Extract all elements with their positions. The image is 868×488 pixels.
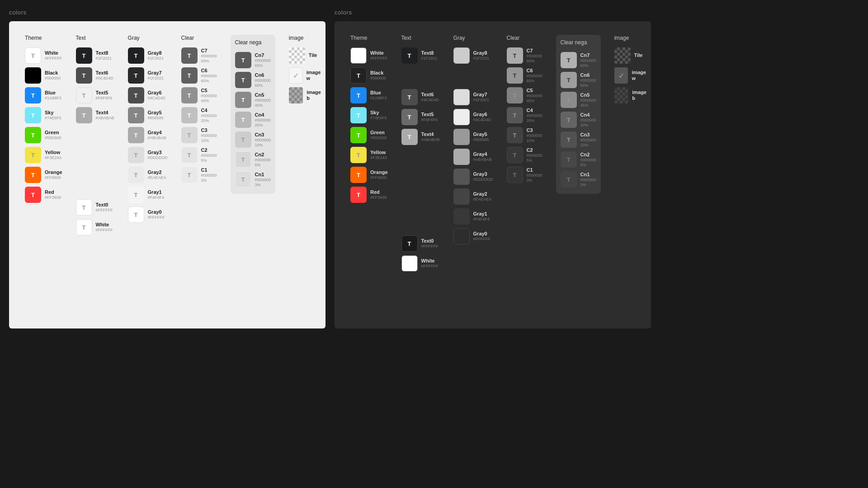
dark-color-item-white: White#FFFFFF — [350, 47, 388, 64]
color-item-gray7: T Gray7#1F2021 — [128, 67, 168, 84]
dark-color-item-imagew: ✓ image w — [614, 67, 649, 84]
dark-color-item-text8: T Text8#1F2021 — [401, 47, 440, 64]
dark-color-item-text5: T Text5#F6F6F6 — [401, 109, 440, 125]
dark-color-item-gray2: Gray2#EAEAEA — [453, 188, 493, 205]
color-item-cn3: T Cn3#000000 10% — [235, 131, 271, 148]
swatch-gray2: T — [128, 167, 144, 183]
color-item-cn6: T Cn6#000000 60% — [235, 72, 271, 88]
dark-clear-nega-col-header: Clear nega — [561, 39, 596, 46]
gray-column: Gray T Gray8#1F2021 T Gray7#1F2021 T Gra… — [128, 35, 168, 225]
dark-swatch-text5: T — [401, 109, 418, 125]
dark-swatch-cn4: T — [561, 112, 577, 128]
dark-image-col-header: image — [614, 35, 649, 41]
dark-swatch-red: T — [350, 187, 367, 203]
swatch-orange: T — [25, 167, 41, 183]
dark-swatch-c7: T — [507, 47, 523, 64]
dark-color-item-text-white: White#FFFFFF — [401, 255, 440, 272]
swatch-cn7: T — [235, 52, 251, 68]
swatch-gray7: T — [128, 67, 144, 84]
color-item-gray3: T Gray3#DDDDDD — [128, 147, 168, 163]
dark-swatch-black: T — [350, 67, 367, 84]
swatch-black — [25, 67, 41, 84]
theme-column: Theme T White#FFFFFF Black#000000 T Blue… — [25, 35, 62, 205]
dark-swatch-c2: T — [507, 147, 523, 163]
dark-swatch-orange: T — [350, 167, 367, 183]
swatch-c5: T — [181, 87, 198, 103]
dark-color-item-cn5: T Cn5#000000 45% — [561, 92, 596, 108]
swatch-sky: T — [25, 107, 41, 123]
swatch-gray0: T — [128, 206, 144, 223]
dark-color-item-tile: Tile — [614, 47, 649, 64]
dark-swatch-imageb — [614, 87, 628, 103]
dark-swatch-c3: T — [507, 127, 523, 143]
dark-swatch-gray8 — [453, 47, 470, 64]
dark-color-item-black: T Black#000000 — [350, 67, 388, 84]
color-item-orange: T Orange#FF6600 — [25, 167, 62, 183]
dark-swatch-text4: T — [401, 129, 418, 145]
swatch-cn6: T — [235, 72, 251, 88]
swatch-cn3: T — [235, 131, 251, 148]
dark-swatch-cn6: T — [561, 72, 577, 88]
swatch-cn2: T — [235, 151, 251, 168]
dark-swatch-gray4 — [453, 149, 470, 165]
dark-swatch-gray6 — [453, 109, 470, 125]
right-panel: colors Theme White#FFFFFF T Black#000000… — [335, 9, 651, 328]
swatch-c1: T — [181, 167, 198, 183]
color-item-sky: T Sky#74E6F5 — [25, 107, 62, 123]
dark-swatch-white — [350, 47, 367, 64]
color-item-white: T White#FFFFFF — [25, 47, 62, 64]
color-item-text5: T Text5#F6F6F6 — [76, 87, 114, 103]
clear-nega-col-header: Clear nega — [235, 39, 271, 46]
dark-color-item-gray5: Gray5#858585 — [453, 129, 493, 145]
dark-swatch-cn1: T — [561, 171, 577, 188]
color-item-gray1: T Gray1#F4F4F4 — [128, 187, 168, 203]
color-item-yellow: T Yellow#F3E243 — [25, 147, 62, 163]
dark-swatch-blue: T — [350, 87, 367, 103]
swatch-imageb — [289, 87, 303, 103]
swatch-text-white: T — [76, 219, 92, 235]
swatch-gray8: T — [128, 47, 144, 64]
dark-swatch-text6: T — [401, 89, 418, 105]
color-item-text-white: T White#FFFFFF — [76, 219, 114, 235]
dark-color-item-cn6: T Cn6#000000 60% — [561, 72, 596, 88]
dark-swatch-yellow: T — [350, 147, 367, 163]
dark-color-item-c4: T C4#000000 20% — [507, 107, 542, 123]
swatch-c7: T — [181, 47, 198, 64]
dark-swatch-green: T — [350, 127, 367, 143]
color-item-green: T Green#55D600 — [25, 127, 62, 143]
dark-color-item-gray1: Gray1#F4F4F4 — [453, 208, 493, 225]
dark-image-column: image Tile ✓ image w image b — [614, 35, 649, 105]
dark-swatch-gray7 — [453, 89, 470, 105]
color-item-black: Black#000000 — [25, 67, 62, 84]
dark-color-item-cn1: T Cn1#000000 3% — [561, 171, 596, 188]
gray-col-header: Gray — [128, 35, 168, 41]
dark-color-item-c6: T C6#000000 60% — [507, 67, 542, 84]
color-item-c5: T C5#000000 40% — [181, 87, 217, 103]
swatch-red: T — [25, 187, 41, 203]
right-panel-label: colors — [335, 9, 651, 16]
dark-color-item-c3: T C3#000000 10% — [507, 127, 542, 143]
swatch-imagew: ✓ — [289, 67, 303, 84]
swatch-gray6: T — [128, 87, 144, 103]
dark-swatch-gray3 — [453, 169, 470, 185]
color-item-cn2: T Cn2#000000 5% — [235, 151, 271, 168]
dark-clear-nega-column: Clear nega T Cn7#000000 60% T Cn6#000000… — [556, 35, 601, 194]
dark-swatch-text8: T — [401, 47, 418, 64]
swatch-gray3: T — [128, 147, 144, 163]
color-item-gray4: T Gray4#ABABAB — [128, 127, 168, 143]
color-item-c4: T C4#000000 20% — [181, 107, 217, 123]
swatch-tile — [289, 47, 305, 64]
swatch-cn1: T — [235, 171, 251, 188]
color-item-gray6: T Gray6#4C4D4D — [128, 87, 168, 103]
dark-color-item-gray8: Gray8#1F2021 — [453, 47, 493, 64]
dark-color-item-cn4: T Cn4#000000 20% — [561, 112, 596, 128]
dark-swatch-sky: T — [350, 107, 367, 123]
color-item-gray5: T Gray5#858585 — [128, 107, 168, 123]
dark-swatch-cn5: T — [561, 92, 577, 108]
right-panel-content: Theme White#FFFFFF T Black#000000 T Blue… — [335, 21, 651, 328]
swatch-yellow: T — [25, 147, 41, 163]
swatch-text0: T — [76, 199, 92, 216]
dark-color-item-red: T Red#FF3939 — [350, 187, 388, 203]
theme-col-header: Theme — [25, 35, 62, 41]
color-item-gray0: T Gray0#FFFFFF — [128, 206, 168, 223]
